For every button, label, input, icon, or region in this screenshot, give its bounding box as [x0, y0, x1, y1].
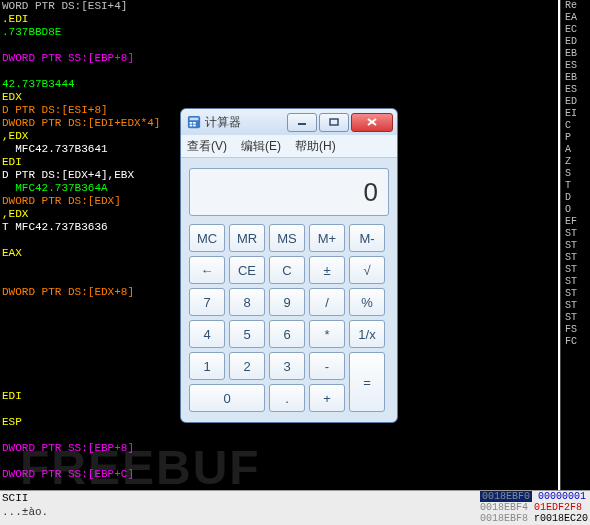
key-3[interactable]: 3 — [269, 352, 305, 380]
key-mc[interactable]: MC — [189, 224, 225, 252]
disasm-line — [2, 429, 558, 442]
register-label: T — [565, 180, 590, 192]
stack-row: 0018EBF401EDF2F8 — [480, 502, 588, 513]
disasm-line: .737BBD8E — [2, 26, 558, 39]
menubar: 查看(V) 编辑(E) 帮助(H) — [181, 135, 397, 158]
calculator-body: 0 MC MR MS M+ M- ← CE C ± √ 7 8 9 / % 4 … — [181, 158, 397, 422]
keypad: MC MR MS M+ M- ← CE C ± √ 7 8 9 / % 4 5 … — [189, 224, 389, 412]
disasm-line — [2, 455, 558, 468]
close-button[interactable] — [351, 113, 393, 132]
stack-row: 0018EBF000000001 — [480, 491, 588, 502]
key-4[interactable]: 4 — [189, 320, 225, 348]
register-label: ST — [565, 276, 590, 288]
key-c[interactable]: C — [269, 256, 305, 284]
register-label: ST — [565, 312, 590, 324]
key-multiply[interactable]: * — [309, 320, 345, 348]
key-equals[interactable]: = — [349, 352, 385, 412]
key-6[interactable]: 6 — [269, 320, 305, 348]
minimize-button[interactable] — [287, 113, 317, 132]
key-ce[interactable]: CE — [229, 256, 265, 284]
calculator-icon — [187, 115, 201, 129]
register-label: EI — [565, 108, 590, 120]
maximize-icon — [329, 118, 339, 126]
ascii-label: SCII — [2, 492, 28, 504]
menu-edit[interactable]: 编辑(E) — [241, 138, 281, 155]
key-8[interactable]: 8 — [229, 288, 265, 316]
register-label: ED — [565, 96, 590, 108]
calculator-window[interactable]: 计算器 查看(V) 编辑(E) 帮助(H) — [180, 108, 398, 423]
disasm-line — [2, 39, 558, 52]
register-label: Z — [565, 156, 590, 168]
key-2[interactable]: 2 — [229, 352, 265, 380]
register-label: ED — [565, 36, 590, 48]
register-label: EF — [565, 216, 590, 228]
disasm-line — [2, 65, 558, 78]
stack-row: 0018EBF8r0018EC20 — [480, 513, 588, 524]
registers-pane: ReEAECEDEBESEBESEDEIC P A Z S T D O EFST… — [560, 0, 590, 490]
register-label: FC — [565, 336, 590, 348]
minimize-icon — [297, 118, 307, 126]
svg-rect-5 — [193, 125, 196, 127]
register-label: P — [565, 132, 590, 144]
svg-rect-3 — [193, 122, 196, 124]
menu-help[interactable]: 帮助(H) — [295, 138, 336, 155]
key-0[interactable]: 0 — [189, 384, 265, 412]
key-ms[interactable]: MS — [269, 224, 305, 252]
key-9[interactable]: 9 — [269, 288, 305, 316]
svg-rect-1 — [190, 118, 199, 121]
disasm-line: .EDI — [2, 13, 558, 26]
disasm-line: DWORD PTR SS:[EBP+8] — [2, 52, 558, 65]
key-mplus[interactable]: M+ — [309, 224, 345, 252]
status-bar: SCII ...±ào. 0018EBF0000000010018EBF401E… — [0, 490, 590, 525]
register-label: ST — [565, 228, 590, 240]
disasm-line — [2, 481, 558, 490]
disasm-line: DWORD PTR SS:[EBP+C] — [2, 468, 558, 481]
key-7[interactable]: 7 — [189, 288, 225, 316]
register-label: C — [565, 120, 590, 132]
register-label: O — [565, 204, 590, 216]
register-label: EC — [565, 24, 590, 36]
key-percent[interactable]: % — [349, 288, 385, 316]
register-label: ES — [565, 60, 590, 72]
key-5[interactable]: 5 — [229, 320, 265, 348]
close-icon — [366, 117, 378, 127]
key-subtract[interactable]: - — [309, 352, 345, 380]
maximize-button[interactable] — [319, 113, 349, 132]
register-label: ST — [565, 264, 590, 276]
key-decimal[interactable]: . — [269, 384, 305, 412]
key-mminus[interactable]: M- — [349, 224, 385, 252]
register-label: FS — [565, 324, 590, 336]
register-label: S — [565, 168, 590, 180]
register-label: ST — [565, 288, 590, 300]
svg-rect-7 — [330, 119, 338, 125]
register-label: A — [565, 144, 590, 156]
ascii-data: ...±ào. — [2, 506, 48, 518]
register-label: Re — [565, 0, 590, 12]
key-plusminus[interactable]: ± — [309, 256, 345, 284]
svg-rect-4 — [190, 125, 193, 127]
register-label: EB — [565, 48, 590, 60]
register-label: ST — [565, 240, 590, 252]
window-buttons — [287, 113, 393, 132]
register-label: D — [565, 192, 590, 204]
key-mr[interactable]: MR — [229, 224, 265, 252]
key-backspace[interactable]: ← — [189, 256, 225, 284]
register-label: EB — [565, 72, 590, 84]
svg-rect-2 — [190, 122, 193, 124]
disasm-line: EDX — [2, 91, 558, 104]
key-reciprocal[interactable]: 1/x — [349, 320, 385, 348]
stack-pane: 0018EBF0000000010018EBF401EDF2F80018EBF8… — [480, 491, 588, 524]
disasm-line: WORD PTR DS:[ESI+4] — [2, 0, 558, 13]
register-label: EA — [565, 12, 590, 24]
register-label: ST — [565, 252, 590, 264]
window-title: 计算器 — [205, 114, 287, 131]
key-1[interactable]: 1 — [189, 352, 225, 380]
key-add[interactable]: + — [309, 384, 345, 412]
menu-view[interactable]: 查看(V) — [187, 138, 227, 155]
disasm-line: 42.737B3444 — [2, 78, 558, 91]
key-divide[interactable]: / — [309, 288, 345, 316]
register-label: ES — [565, 84, 590, 96]
titlebar[interactable]: 计算器 — [181, 109, 397, 135]
key-sqrt[interactable]: √ — [349, 256, 385, 284]
disasm-line: DWORD PTR SS:[EBP+8] — [2, 442, 558, 455]
